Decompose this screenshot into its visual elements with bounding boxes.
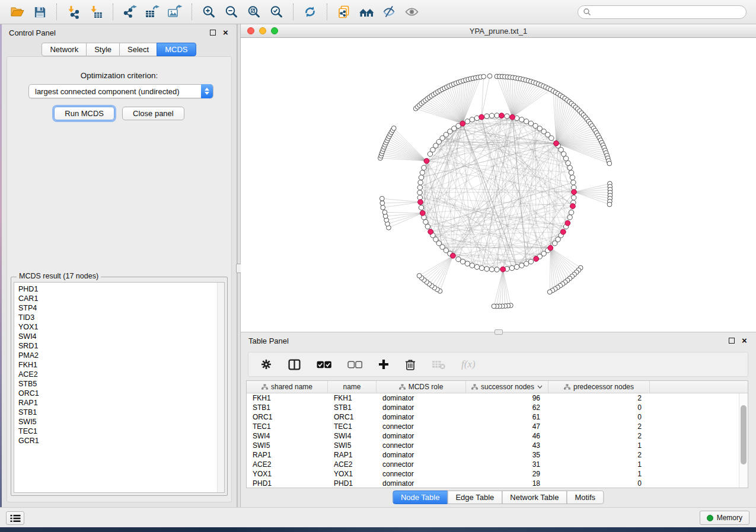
table-cell[interactable]: 18: [466, 479, 548, 488]
graph-node[interactable]: [487, 74, 492, 79]
table-cell[interactable]: dominator: [377, 432, 466, 440]
mcds-result-item[interactable]: SWI4: [18, 332, 224, 341]
table-panel-close-button[interactable]: ×: [741, 337, 748, 345]
table-cell[interactable]: TEC1: [247, 422, 328, 431]
graph-node[interactable]: [563, 156, 568, 161]
graph-hub-node[interactable]: [418, 200, 423, 205]
graph-node[interactable]: [607, 161, 612, 166]
table-cell[interactable]: 0: [548, 413, 650, 421]
table-scrollbar[interactable]: [739, 393, 748, 488]
graph-node[interactable]: [607, 202, 612, 207]
column-header-predecessor-nodes[interactable]: predecessor nodes: [548, 381, 650, 393]
graph-node[interactable]: [505, 114, 509, 118]
graph-hub-node[interactable]: [548, 245, 553, 251]
table-cell[interactable]: connector: [377, 422, 466, 431]
export-image-button[interactable]: [166, 3, 184, 21]
close-panel-button[interactable]: Close panel: [122, 107, 184, 120]
mcds-result-item[interactable]: CAR1: [18, 294, 224, 303]
clear-selection-button[interactable]: [347, 361, 362, 368]
table-cell[interactable]: 1: [548, 441, 650, 450]
table-cell[interactable]: STB1: [328, 403, 377, 412]
graph-node[interactable]: [524, 119, 529, 124]
graph-node[interactable]: [417, 185, 422, 190]
graph-hub-node[interactable]: [554, 141, 559, 146]
graph-node[interactable]: [509, 265, 514, 270]
mcds-result-item[interactable]: PHD1: [18, 284, 224, 294]
memory-button[interactable]: Memory: [700, 511, 749, 525]
table-cell[interactable]: 47: [466, 422, 548, 431]
graph-node[interactable]: [422, 165, 426, 170]
mcds-result-item[interactable]: STB1: [18, 408, 224, 417]
table-cell[interactable]: 1: [548, 460, 650, 469]
column-header-name[interactable]: name: [328, 381, 377, 393]
mcds-result-item[interactable]: GCR1: [18, 436, 224, 446]
show-graphics-details-button[interactable]: [403, 3, 420, 21]
mcds-result-item[interactable]: ACE2: [18, 370, 224, 379]
table-cell[interactable]: PHD1: [328, 479, 377, 488]
table-cell[interactable]: 0: [548, 479, 650, 488]
table-cell[interactable]: dominator: [377, 394, 466, 402]
graph-node[interactable]: [470, 263, 474, 268]
graph-node[interactable]: [567, 215, 572, 220]
optimization-criterion-dropdown[interactable]: largest connected component (undirected): [28, 84, 213, 98]
table-cell[interactable]: dominator: [377, 403, 466, 412]
window-minimize-icon[interactable]: [259, 27, 266, 34]
scrollbar-thumb[interactable]: [741, 405, 747, 464]
graph-node[interactable]: [553, 241, 557, 246]
table-row[interactable]: SWI5SWI5connector431: [247, 441, 739, 450]
export-table-button[interactable]: [143, 3, 161, 21]
table-cell[interactable]: 2: [548, 394, 650, 402]
table-row[interactable]: ORC1ORC1dominator610: [247, 412, 739, 422]
table-cell[interactable]: dominator: [377, 479, 466, 488]
mcds-result-list[interactable]: PHD1CAR1STP4TID3YOX1SWI4SRD1PMA2FKH1ACE2…: [14, 282, 225, 493]
graph-node[interactable]: [470, 117, 474, 122]
table-settings-button[interactable]: [260, 358, 272, 370]
zoom-fit-button[interactable]: [245, 3, 263, 21]
table-cell[interactable]: ACE2: [247, 460, 328, 469]
table-cell[interactable]: 2: [548, 451, 650, 459]
table-cell[interactable]: STB1: [247, 403, 328, 412]
table-cell[interactable]: RAP1: [247, 451, 328, 459]
save-session-button[interactable]: [31, 3, 49, 21]
tab-select[interactable]: Select: [119, 43, 157, 56]
table-row[interactable]: SWI4SWI4dominator462: [247, 431, 739, 441]
graph-node[interactable]: [465, 261, 470, 266]
mcds-list-scrollbar[interactable]: [217, 283, 224, 492]
graph-hub-node[interactable]: [534, 257, 539, 262]
table-row[interactable]: ACE2ACE2connector311: [247, 460, 739, 469]
graph-node[interactable]: [492, 304, 496, 309]
table-cell[interactable]: SWI5: [247, 441, 328, 450]
select-all-button[interactable]: [317, 361, 331, 368]
mcds-result-item[interactable]: TID3: [18, 313, 224, 322]
graph-node[interactable]: [423, 220, 428, 225]
graph-hub-node[interactable]: [565, 220, 570, 226]
table-cell[interactable]: 62: [466, 403, 548, 412]
graph-node[interactable]: [425, 224, 430, 229]
table-cell[interactable]: SWI4: [247, 432, 328, 440]
table-cell[interactable]: 46: [466, 432, 548, 440]
graph-node[interactable]: [571, 180, 576, 185]
table-cell[interactable]: RAP1: [328, 451, 377, 459]
graph-node[interactable]: [528, 259, 533, 264]
mcds-result-item[interactable]: RAP1: [18, 398, 224, 408]
table-cell[interactable]: dominator: [377, 451, 466, 459]
graph-node[interactable]: [419, 175, 423, 180]
tab-network[interactable]: Network: [42, 43, 87, 56]
table-cell[interactable]: connector: [377, 470, 466, 478]
zoom-selected-button[interactable]: [267, 3, 285, 21]
graph-node[interactable]: [380, 201, 385, 206]
import-network-button[interactable]: [65, 3, 82, 21]
control-panel-float-button[interactable]: [209, 29, 216, 37]
refresh-view-button[interactable]: [301, 3, 319, 21]
export-network-button[interactable]: [121, 3, 139, 21]
mcds-result-item[interactable]: STB5: [18, 379, 224, 389]
tab-network-table[interactable]: Network Table: [502, 491, 567, 504]
mcds-result-item[interactable]: ORC1: [18, 389, 224, 398]
table-row[interactable]: RAP1RAP1dominator352: [247, 450, 739, 460]
delete-column-button[interactable]: [405, 358, 416, 371]
graph-hub-node[interactable]: [500, 267, 506, 272]
network-canvas[interactable]: [241, 39, 756, 332]
run-mcds-button[interactable]: Run MCDS: [54, 107, 114, 120]
table-panel-float-button[interactable]: [728, 337, 735, 345]
first-neighbors-button[interactable]: [335, 3, 353, 21]
